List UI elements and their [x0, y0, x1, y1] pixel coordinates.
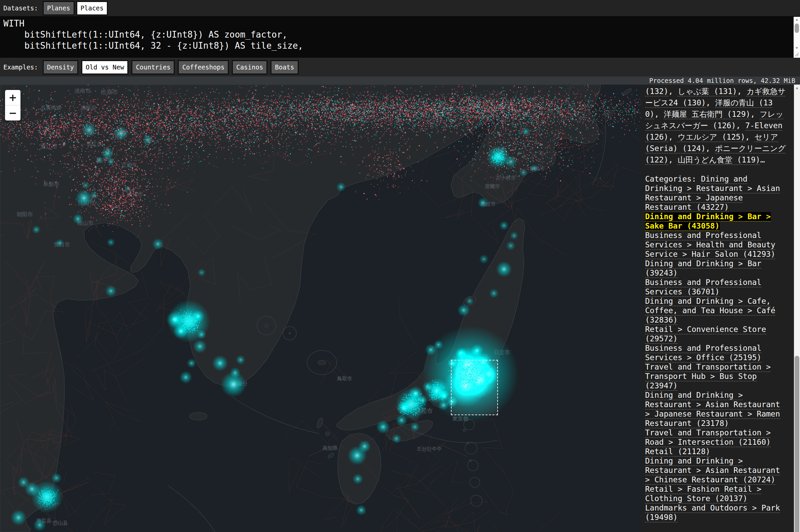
category-link[interactable]: Dining and Drinking > Cafe, Coffee, and … [645, 297, 776, 324]
selection-rectangle [451, 360, 498, 415]
zoom-in-button[interactable]: + [5, 90, 20, 106]
zoom-out-button[interactable]: − [5, 106, 20, 120]
resize-grip-icon[interactable] [794, 50, 800, 58]
category-link[interactable]: Business and Professional Services (3670… [645, 278, 761, 296]
category-entry: Business and Professional Services (3670… [645, 278, 786, 297]
category-link[interactable]: Business and Professional Services > Hea… [645, 231, 776, 259]
examples-buttons: DensityOld vs NewCountriesCoffeeshopsCas… [43, 60, 302, 75]
status-bar: Processed 4.04 million rows, 42.32 MiB [0, 77, 800, 84]
category-link[interactable]: Retail > Fashion Retail > Clothing Store… [645, 485, 761, 503]
category-entry: Business and Professional Services > Hea… [645, 231, 786, 259]
category-entry: Dining and Drinking > Cafe, Coffee, and … [645, 297, 786, 325]
category-entry: Retail > Fashion Retail > Clothing Store… [645, 484, 786, 503]
datasets-bar: Datasets: PlanesPlaces [0, 0, 800, 16]
points-layer[interactable] [0, 84, 641, 532]
map[interactable]: 洮南市松原市扎鲁特旗通榆县通辽市双辽市四平市辽源市阜新市沈阳市通化市鞍山市营口市… [0, 84, 641, 532]
category-entry: Dining and Drinking > Restaurant > Asian… [645, 391, 786, 428]
category-link[interactable]: Travel and Transportation > Road > Inter… [645, 428, 771, 446]
category-entry: Travel and Transportation > Road > Inter… [645, 428, 786, 447]
brand-link[interactable]: 洋麺屋 五右衛門 (129) [663, 110, 750, 118]
category-entry: Business and Professional Services > Off… [645, 343, 786, 362]
chevron-up-icon[interactable]: ▲ [796, 17, 798, 22]
chevron-down-icon[interactable]: ▼ [796, 45, 798, 50]
resize-grip-lines [794, 50, 800, 58]
category-entry: Retail (21128) [645, 447, 786, 456]
results-panel: (132), しゃぶ葉 (131), カギ救急サービス24 (130), 洋服の… [641, 84, 794, 532]
category-link-highlighted[interactable]: Dining and Drinking > Bar > Sake Bar (43… [645, 212, 771, 230]
category-entry: Categories: Dining and Drinking > Restau… [645, 174, 786, 212]
dataset-button-places[interactable]: Places [76, 1, 108, 16]
category-entry: Dining and Drinking > Bar (39243) [645, 259, 786, 278]
datasets-buttons: PlanesPlaces [43, 1, 110, 16]
category-link[interactable]: Dining and Drinking > Restaurant > Asian… [645, 456, 780, 484]
brand-link[interactable]: 山田うどん食堂 (119) [678, 155, 760, 164]
processed-rows-text: Processed 4.04 million rows, 42.32 MiB [649, 77, 795, 84]
category-link[interactable]: Retail > Convenience Store (29572) [645, 325, 766, 343]
main-area: 洮南市松原市扎鲁特旗通榆县通辽市双辽市四平市辽源市阜新市沈阳市通化市鞍山市营口市… [0, 84, 800, 532]
category-entry: Dining and Drinking > Restaurant > Asian… [645, 456, 786, 484]
category-entry: Travel and Transportation > Transport Hu… [645, 362, 786, 391]
example-button-countries[interactable]: Countries [131, 60, 175, 75]
category-link[interactable]: Dining and Drinking > Restaurant > Asian… [645, 391, 780, 428]
brand-link[interactable]: (132) [645, 87, 668, 96]
example-button-density[interactable]: Density [43, 60, 78, 75]
category-entry: Dining and Drinking > Bar > Sake Bar (43… [645, 212, 786, 231]
brand-link[interactable]: しゃぶ葉 (131) [678, 87, 737, 96]
dataset-button-planes[interactable]: Planes [43, 1, 75, 16]
category-link[interactable]: Travel and Transportation > Transport Hu… [645, 362, 771, 390]
category-link[interactable]: Dining and Drinking > Bar (39243) [645, 259, 761, 277]
sidebar-scrollbar[interactable]: ▲ [794, 84, 800, 532]
brand-link[interactable]: ウエルシア (125) [678, 133, 745, 141]
zoom-control: + − [5, 90, 20, 120]
example-button-coffeeshops[interactable]: Coffeeshops [178, 60, 229, 75]
example-button-casinos[interactable]: Casinos [232, 60, 268, 75]
categories-list: Categories: Dining and Drinking > Restau… [645, 174, 786, 522]
categories-label: Categories: [645, 174, 701, 183]
datasets-label: Datasets: [3, 4, 38, 12]
examples-bar: Examples: DensityOld vs NewCountriesCoff… [0, 58, 800, 77]
category-entry: Landmarks and Outdoors > Park (19498) [645, 503, 786, 522]
top-names-list: (132), しゃぶ葉 (131), カギ救急サービス24 (130), 洋服の… [645, 86, 786, 166]
category-link[interactable]: Landmarks and Outdoors > Park (19498) [645, 504, 780, 521]
category-link[interactable]: Business and Professional Services > Off… [645, 344, 761, 362]
category-link[interactable]: Retail (21128) [645, 447, 710, 456]
category-entry: Retail > Convenience Store (29572) [645, 325, 786, 343]
example-button-boats[interactable]: Boats [271, 60, 298, 75]
sql-scrollbar-thumb[interactable] [795, 23, 799, 33]
sidebar-scrollbar-thumb[interactable] [795, 356, 799, 532]
example-button-old-vs-new[interactable]: Old vs New [81, 60, 128, 75]
sql-editor: WITH bitShiftLeft(1::UInt64, {z:UInt8}) … [0, 16, 800, 58]
sql-input[interactable]: WITH bitShiftLeft(1::UInt64, {z:UInt8}) … [0, 16, 800, 56]
examples-label: Examples: [3, 63, 38, 71]
chevron-up-icon[interactable]: ▲ [794, 86, 800, 90]
sql-editor-scrollbar[interactable]: ▲ ▼ [794, 17, 800, 50]
